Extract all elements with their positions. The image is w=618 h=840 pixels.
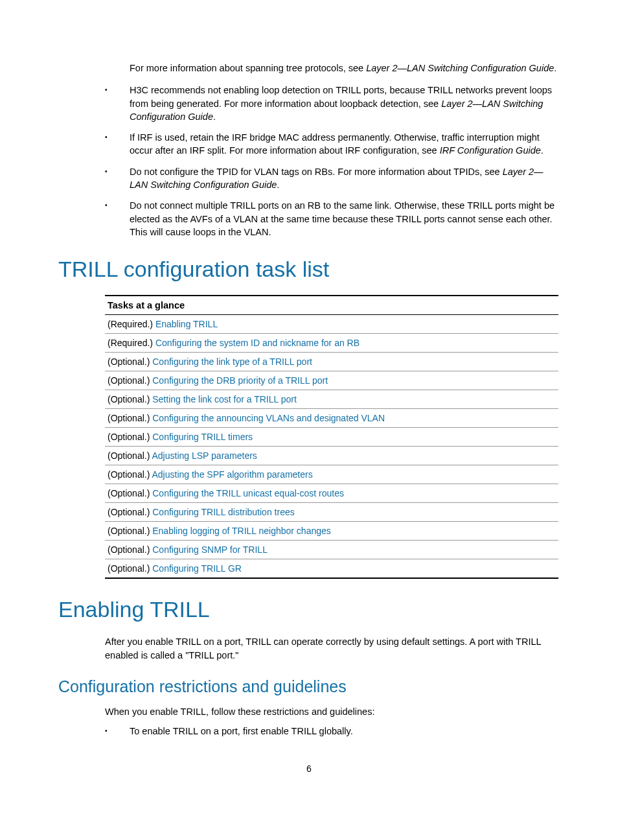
task-link[interactable]: Configuring the DRB priority of a TRILL … [152,375,328,386]
task-prefix: (Required.) [108,319,155,329]
task-table-header: Tasks at a glance [105,296,558,315]
task-prefix: (Optional.) [108,469,152,480]
task-table: Tasks at a glance (Required.) Enabling T… [105,295,558,579]
task-cell: (Optional.) Configuring SNMP for TRILL [105,541,558,559]
continuation-ref: Layer 2—LAN Switching Configuration Guid… [366,63,554,73]
table-row: (Optional.) Adjusting the SPF algorithm … [105,465,558,484]
task-link[interactable]: Enabling logging of TRILL neighbor chang… [152,526,331,536]
list-item: H3C recommends not enabling loop detecti… [58,84,560,123]
bullet-tail: . [541,145,544,156]
list-item: Do not configure the TPID for VLAN tags … [58,165,560,192]
table-row: (Optional.) Configuring TRILL distributi… [105,503,558,522]
continuation-text: For more information about spanning tree… [130,63,366,73]
task-prefix: (Optional.) [108,450,152,461]
task-prefix: (Optional.) [108,375,152,386]
task-link[interactable]: Configuring the TRILL unicast equal-cost… [152,488,344,498]
task-link[interactable]: Adjusting LSP parameters [152,450,257,461]
page-number: 6 [58,764,560,774]
task-cell: (Optional.) Configuring TRILL distributi… [105,503,558,522]
task-link[interactable]: Configuring the system ID and nickname f… [155,338,360,348]
table-row: (Required.) Enabling TRILL [105,315,558,334]
task-cell: (Optional.) Configuring the DRB priority… [105,371,558,390]
restrictions-bullet-list: To enable TRILL on a port, first enable … [58,725,560,738]
restrictions-bullet-text: To enable TRILL on a port, first enable … [130,726,353,736]
document-page: For more information about spanning tree… [0,0,618,800]
task-prefix: (Optional.) [108,432,152,442]
table-row: (Optional.) Enabling logging of TRILL ne… [105,522,558,541]
bullet-text: Do not connect multiple TRILL ports on a… [130,200,555,237]
list-item: Do not connect multiple TRILL ports on a… [58,199,560,239]
continuation-tail: . [554,63,556,73]
task-link[interactable]: Configuring TRILL timers [152,432,253,442]
task-link[interactable]: Configuring the announcing VLANs and des… [152,413,385,423]
task-link[interactable]: Adjusting the SPF algorithm parameters [152,469,312,480]
bullet-tail: . [213,111,216,122]
bullet-list: H3C recommends not enabling loop detecti… [58,84,560,239]
task-cell: (Optional.) Configuring the announcing V… [105,409,558,428]
task-prefix: (Optional.) [108,488,152,498]
table-row: (Required.) Configuring the system ID an… [105,334,558,353]
table-row: (Optional.) Configuring the DRB priority… [105,371,558,390]
task-link[interactable]: Configuring TRILL distribution trees [152,507,294,517]
list-item: If IRF is used, retain the IRF bridge MA… [58,131,560,158]
task-cell: (Required.) Enabling TRILL [105,315,558,334]
bullet-text: Do not configure the TPID for VLAN tags … [130,167,503,177]
task-link[interactable]: Enabling TRILL [155,319,218,329]
table-row: (Optional.) Configuring the TRILL unicas… [105,484,558,503]
task-prefix: (Optional.) [108,394,152,404]
list-item: To enable TRILL on a port, first enable … [58,725,560,738]
task-link[interactable]: Setting the link cost for a TRILL port [152,394,297,404]
restrictions-paragraph: When you enable TRILL, follow these rest… [105,705,560,718]
task-prefix: (Optional.) [108,413,152,423]
task-link[interactable]: Configuring TRILL GR [152,563,242,574]
task-prefix: (Optional.) [108,507,152,517]
task-link[interactable]: Configuring SNMP for TRILL [152,544,268,555]
bullet-tail: . [277,180,279,190]
heading-enabling: Enabling TRILL [58,597,560,622]
enabling-paragraph: After you enable TRILL on a port, TRILL … [105,635,560,662]
heading-tasklist: TRILL configuration task list [58,257,560,282]
table-row: (Optional.) Configuring TRILL timers [105,428,558,447]
task-prefix: (Optional.) [108,526,152,536]
task-prefix: (Optional.) [108,563,152,574]
task-cell: (Optional.) Adjusting the SPF algorithm … [105,465,558,484]
table-row: (Optional.) Configuring the announcing V… [105,409,558,428]
task-cell: (Optional.) Configuring the TRILL unicas… [105,484,558,503]
table-row: (Optional.) Adjusting LSP parameters [105,447,558,465]
task-link[interactable]: Configuring the link type of a TRILL por… [152,356,312,367]
task-prefix: (Optional.) [108,544,152,555]
table-row: (Optional.) Configuring SNMP for TRILL [105,541,558,559]
bullet-reference: IRF Configuration Guide [440,145,541,156]
task-cell: (Optional.) Configuring the link type of… [105,353,558,371]
table-row: (Optional.) Configuring the link type of… [105,353,558,371]
table-row: (Optional.) Setting the link cost for a … [105,390,558,409]
continuation-paragraph: For more information about spanning tree… [130,62,560,75]
task-cell: (Required.) Configuring the system ID an… [105,334,558,353]
task-cell: (Optional.) Adjusting LSP parameters [105,447,558,465]
task-cell: (Optional.) Enabling logging of TRILL ne… [105,522,558,541]
task-prefix: (Required.) [108,338,155,348]
task-cell: (Optional.) Configuring TRILL timers [105,428,558,447]
table-row: (Optional.) Configuring TRILL GR [105,559,558,579]
task-cell: (Optional.) Configuring TRILL GR [105,559,558,579]
task-prefix: (Optional.) [108,356,152,367]
task-cell: (Optional.) Setting the link cost for a … [105,390,558,409]
heading-restrictions: Configuration restrictions and guideline… [58,677,560,696]
